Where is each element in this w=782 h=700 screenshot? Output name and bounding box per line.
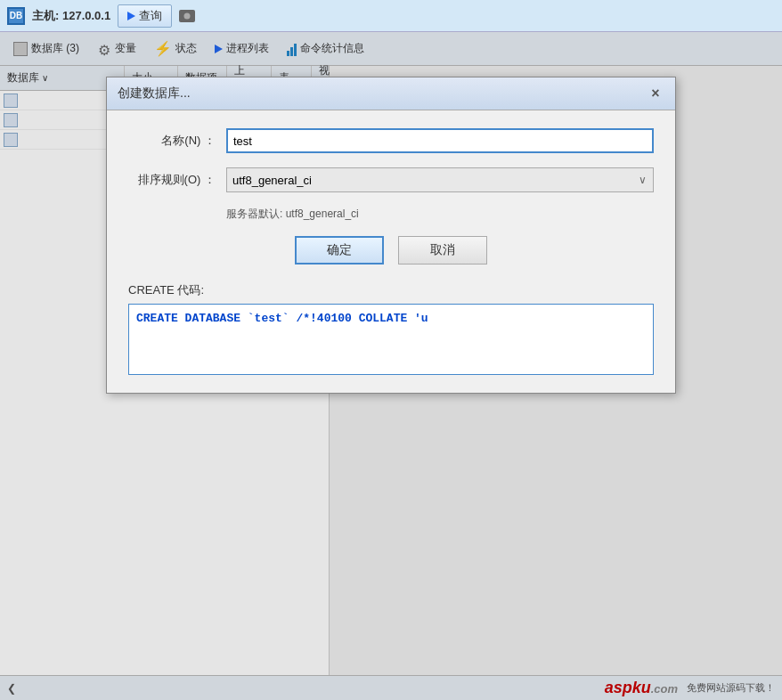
name-label: 名称(N) ： <box>128 133 226 149</box>
collation-select-wrap: utf8_general_ci ∨ <box>226 167 654 192</box>
screenshot-icon[interactable] <box>179 10 195 22</box>
dialog-title: 创建数据库... <box>118 85 191 102</box>
ok-button[interactable]: 确定 <box>295 236 384 265</box>
create-database-dialog: 创建数据库... × 名称(N) ： 排序规则(O) ： utf8_genera… <box>106 77 676 394</box>
collation-select[interactable]: utf8_general_ci <box>226 167 654 192</box>
create-code-section: CREATE 代码: CREATE DATABASE `test` /*!401… <box>128 282 654 375</box>
cancel-button[interactable]: 取消 <box>398 236 487 265</box>
dialog-overlay: 创建数据库... × 名称(N) ： 排序规则(O) ： utf8_genera… <box>0 32 782 700</box>
query-btn-label: 查询 <box>139 8 162 24</box>
dialog-close-button[interactable]: × <box>647 85 664 102</box>
host-label: 主机: 127.0.0.1 <box>32 8 110 24</box>
play-icon <box>127 12 135 20</box>
collation-row: 排序规则(O) ： utf8_general_ci ∨ <box>128 167 654 192</box>
title-bar: DB 主机: 127.0.0.1 查询 <box>0 0 782 32</box>
dialog-buttons: 确定 取消 <box>128 236 654 265</box>
code-box: CREATE DATABASE `test` /*!40100 COLLATE … <box>128 304 654 375</box>
dialog-body: 名称(N) ： 排序规则(O) ： utf8_general_ci ∨ 服务器默… <box>107 110 675 393</box>
create-code-label: CREATE 代码: <box>128 282 654 298</box>
collation-hint: 服务器默认: utf8_general_ci <box>226 207 654 222</box>
collation-label: 排序规则(O) ： <box>128 172 226 188</box>
name-row: 名称(N) ： <box>128 128 654 153</box>
name-input[interactable] <box>226 128 654 153</box>
app-icon: DB <box>7 7 25 25</box>
dialog-titlebar: 创建数据库... × <box>107 77 675 110</box>
query-button[interactable]: 查询 <box>118 4 172 28</box>
